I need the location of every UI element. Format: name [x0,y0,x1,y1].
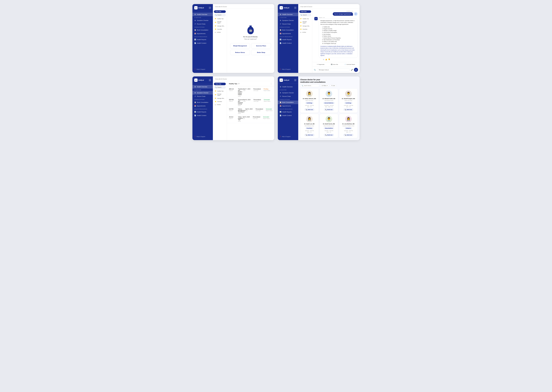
thumbs-up-icon[interactable]: 👍 [325,59,327,60]
sidebar-item-book-consultation-p2[interactable]: 📋 Book Consultation [278,28,298,32]
chat-header-p3: Chat with AI Doctor [213,77,274,81]
manage-hyper-item-p3[interactable]: 📁 Manage Hyper... [213,93,227,97]
collapse-button[interactable]: ‹ [209,7,211,9]
archive-item-p1[interactable]: 🗂 Archive [213,31,227,34]
sidebar-item-health-content-p3[interactable]: 📄 Health Content [192,114,213,117]
sidebar-item-health-reports-p2[interactable]: 📊 Health Reports [278,38,298,41]
sidebar-item-recent-chats-p2[interactable]: ↺ Recent Chats [278,22,298,26]
sidebar-item-health-content[interactable]: 📄 Health Content [192,41,213,45]
sidebar-item-symptom-checker-p4[interactable]: ⊕ Symptom Checker [278,91,298,95]
sidebar-panel4: m medy.ai ‹ ⊞ Health Overview AI Doctor … [278,77,298,140]
table-row[interactable]: ABC123 Chat ID "Nutrition and Healthy Ea… [227,87,274,98]
book-button-4[interactable]: 📞 Book now [324,134,334,136]
healthy-tips-icon: 📁 [215,18,217,20]
user-meta: Jonathan • 1m [346,11,353,12]
sidebar-item-book-consultation-p3[interactable]: 📋 Book Consultation [192,101,213,104]
sidebar-item-health-overview[interactable]: ⊞ Health Overview [192,13,213,16]
health-content-icon: 📄 [194,42,196,44]
help-support-p2[interactable]: ❓ Help & Support [278,67,298,71]
sidebar-item-health-content-p2[interactable]: 📄 Health Content [278,41,298,45]
sort-button[interactable]: ⇅ Sort [330,84,337,87]
chat-header-p2: Chat with AI Doctor [298,4,360,9]
book-button-5[interactable]: 📞 Book now [343,134,354,136]
suggestion-weight-management[interactable]: Weight Management [230,43,250,49]
mic-button[interactable]: 🎤 [351,69,353,71]
new-chat-button-p2[interactable]: + New Chat [299,10,311,13]
search-input-p2[interactable] [303,14,310,16]
sidebar-item-recent-chats-p3[interactable]: ↺ Recent Chats [192,95,213,98]
generate-report-button[interactable]: 📄 Generate Report [344,63,356,66]
help-support-p4[interactable]: ❓ Help & Support [278,135,298,139]
manage-aller-item-p1[interactable]: 📁 Manage Aller... [213,24,227,28]
suggestion-better-sleep[interactable]: Better Sleep [251,50,271,55]
favorites-item-p3[interactable]: ⭐ Favorites [213,100,227,103]
manage-hyper-item-p1[interactable]: 📁 Manage Hyper... [213,20,227,24]
send-button[interactable]: ➤ [354,68,358,72]
ai-list: 1. Healthy Diet. 2. Regular Exercise. 3.… [320,26,356,44]
table-row[interactable]: GHI789 Chat ID "Stress Management Techni… [227,107,274,115]
doctor-clinic-0: Heart Care Clinic [305,100,313,101]
favorites-item-p1[interactable]: ⭐ Favorites [213,28,227,31]
sidebar-item-recent-chats[interactable]: ↺ Recent Chats [192,22,213,26]
sidebar-item-health-reports[interactable]: 📊 Health Reports [192,38,213,41]
sidebar-item-symptom-checker-p3[interactable]: ⊕ Symptom Checker [192,91,213,95]
collapse-button-p4[interactable]: ‹ [294,79,297,81]
thumbs-down-icon[interactable]: 👎 [328,59,330,60]
search-input-p1[interactable] [217,14,225,16]
sidebar-item-health-overview-p4[interactable]: ⊞ Health Overview [278,85,298,89]
manage-aller-item-p2[interactable]: 📁 Manage Aller... [298,24,312,28]
book-button-0[interactable]: 📞 Book now [304,108,315,111]
attach-button[interactable]: 📎 [314,69,316,71]
sidebar-item-symptom-checker[interactable]: ⊕ Symptom Checker [192,19,213,22]
health-reports-icon: 📊 [194,39,196,41]
doctor-hours-2: 10:00 AM – 3:00 PM Mon – Fri [344,105,353,108]
suggestion-exercise-plans[interactable]: Exercise Plans [251,43,271,49]
sidebar-item-symptom-checker-p2[interactable]: ⊕ Symptom Checker [278,19,298,22]
filters-button[interactable]: ⊟ Filters ▾ [320,84,329,87]
collapse-button-p2[interactable]: ‹ [294,7,297,9]
table-row[interactable]: DEF456 Chat ID "Exercise and Physical Ac… [227,98,274,107]
healthy-tips-item-p2[interactable]: 📁 Healthy Tips [298,17,312,20]
regenerate-button[interactable]: ↻ Regenerate [316,63,325,66]
help-support-p3[interactable]: ❓ Help & Support [192,135,213,139]
search-input-p3[interactable] [217,87,225,88]
sidebar-item-appointments[interactable]: 📅 Appointments [192,32,213,35]
healthy-tips-item-p3[interactable]: 📁 Healthy Tips [213,90,227,93]
sidebar-item-appointments-p2[interactable]: 📅 Appointments [278,32,298,35]
help-support[interactable]: ❓ Help & Support [192,67,213,71]
archive-item-p2[interactable]: 🗂 Archive [298,31,312,34]
sidebar-item-health-content-p4[interactable]: 📄 Health Content [278,114,298,117]
ai-doctor-section-label: AI Doctor [192,16,213,19]
manage-aller-item-p3[interactable]: 📁 Manage Aller... [213,97,227,100]
chats-list-menu[interactable]: ⋮ [270,83,272,85]
logo-icon-p2: m [280,6,283,9]
sidebar-item-book-consultation-p4[interactable]: 📋 Book Consultation [278,101,298,104]
sidebar-item-health-reports-p3[interactable]: 📊 Health Reports [192,110,213,114]
healthy-tips-icon-p2: 📁 [300,18,302,20]
sidebar-item-health-reports-p4[interactable]: 📊 Health Reports [278,110,298,114]
sidebar-item-appointments-p4[interactable]: 📅 Appointments [278,104,298,108]
archive-item-p3[interactable]: 🗂 Archive [213,103,227,106]
healthy-tips-item-p1[interactable]: 📁 Healthy Tips [213,17,227,20]
sidebar-item-appointments-p3[interactable]: 📅 Appointments [192,104,213,108]
message-input[interactable] [317,68,350,72]
favorites-item-p2[interactable]: ⭐ Favorites [298,28,312,31]
book-button-1[interactable]: 📞 Book now [324,108,334,111]
table-row[interactable]: JKL012 Chat ID "Sleep Hygiene Tips" Name… [227,115,274,123]
collapse-button-p3[interactable]: ‹ [209,79,211,81]
sort-icon: ⇅ [331,85,333,86]
sidebar-item-health-overview-p3[interactable]: ⊞ Health Overview [192,85,213,89]
suggestion-reduce-stress[interactable]: Reduce Stress [230,50,250,55]
book-button-2[interactable]: 📞 Book now [343,108,354,111]
sidebar-item-health-overview-p2[interactable]: ⊞ Health Overview [278,13,298,16]
new-chat-button-p1[interactable]: + New Chat [214,10,226,13]
book-button-3[interactable]: 📞 Book now [304,134,315,136]
sidebar-item-book-consultation[interactable]: 📋 Book Consultation [192,28,213,32]
new-chat-button-p3[interactable]: + New Chat [214,83,226,85]
save-chat-button[interactable]: 💾 Save chat [330,63,339,66]
doctor-search-input[interactable] [304,85,318,86]
copy-icon[interactable]: ⧉ [323,59,324,60]
search-bar-p2: 🔍 [299,14,311,16]
sidebar-item-recent-chats-p4[interactable]: ↺ Recent Chats [278,95,298,98]
manage-hyper-item-p2[interactable]: 📁 Manage Hyper... [298,20,312,24]
